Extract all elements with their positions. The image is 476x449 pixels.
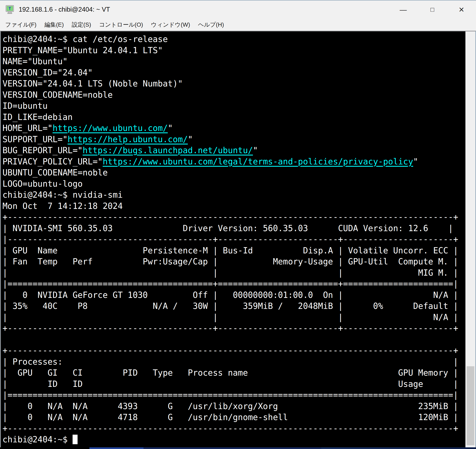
- terminal-line: | 0 NVIDIA GeForce GT 1030 Off | 0000000…: [2, 290, 465, 301]
- terminal-line: |=======================================…: [2, 278, 465, 290]
- terminal-line: Mon Oct 7 14:12:18 2024: [2, 201, 465, 212]
- terminal-line: | Fan Temp Perf Pwr:Usage/Cap | Memory-U…: [2, 256, 465, 267]
- menu-control[interactable]: コントロール(O): [95, 21, 147, 29]
- terminal-text: ": [253, 146, 258, 155]
- terminal-text: |=======================================…: [2, 279, 458, 289]
- scrollbar[interactable]: [465, 31, 475, 447]
- terminal-line: VERSION_ID="24.04": [2, 67, 465, 78]
- menu-help[interactable]: ヘルプ(H): [194, 21, 228, 29]
- terminal-line: | 35% 40C P8 N/A / 30W | 359MiB / 2048Mi…: [2, 301, 465, 312]
- terminal-text: | GPU GI CI PID Type Process name GPU Me…: [2, 368, 458, 377]
- terminal-text: UBUNTU_CODENAME=noble: [2, 168, 108, 177]
- terminal-text: | Processes: |: [2, 357, 458, 366]
- menu-setup[interactable]: 設定(S): [68, 21, 95, 29]
- svg-text:T: T: [9, 6, 11, 11]
- terminal-line: |=======================================…: [2, 390, 465, 401]
- terminal-cursor: [73, 435, 78, 444]
- terminal-line: [2, 334, 465, 345]
- terminal-text: +---------------------------------------…: [2, 424, 458, 433]
- terminal-output: chibi@2404:~$ cat /etc/os-releasePRETTY_…: [2, 34, 465, 445]
- terminal-text: | 0 NVIDIA GeForce GT 1030 Off | 0000000…: [2, 290, 458, 300]
- teraterm-app-icon: T: [5, 5, 15, 14]
- terminal-text: HOME_URL=": [2, 123, 53, 133]
- terminal-text: | Fan Temp Perf Pwr:Usage/Cap | Memory-U…: [2, 257, 458, 266]
- terminal-text: VERSION="24.04.1 LTS (Noble Numbat)": [2, 79, 183, 88]
- terminal-text: |=======================================…: [2, 390, 458, 400]
- terminal-line: HOME_URL="https://www.ubuntu.com/": [2, 123, 465, 134]
- terminal-line: NAME="Ubuntu": [2, 56, 465, 67]
- terminal-text: | 35% 40C P8 N/A / 30W | 359MiB / 2048Mi…: [2, 301, 458, 311]
- terminal-line: |---------------------------------------…: [2, 234, 465, 245]
- terminal-text: +---------------------------------------…: [2, 323, 458, 333]
- terminal-text: PRIVACY_POLICY_URL=": [2, 157, 103, 166]
- terminal-text: | ID ID Usage |: [2, 379, 458, 389]
- terminal-text: | NVIDIA-SMI 560.35.03 Driver Version: 5…: [2, 224, 453, 233]
- terminal-line: | 0 N/A N/A 4718 G /usr/bin/gnome-shell …: [2, 412, 465, 423]
- terminal-line: | GPU GI CI PID Type Process name GPU Me…: [2, 367, 465, 379]
- terminal-link[interactable]: https://www.ubuntu.com/legal/terms-and-p…: [103, 157, 413, 166]
- terminal-text: | | | MIG M. |: [2, 268, 458, 277]
- terminal-text: | GPU Name Persistence-M | Bus-Id Disp.A…: [2, 246, 458, 255]
- terminal-line: ID_LIKE=debian: [2, 112, 465, 123]
- terminal-line: PRETTY_NAME="Ubuntu 24.04.1 LTS": [2, 45, 465, 56]
- close-button[interactable]: ×: [447, 0, 476, 19]
- terminal-line: +---------------------------------------…: [2, 212, 465, 223]
- terminal-text: ": [413, 157, 418, 166]
- menu-file[interactable]: ファイル(F): [1, 21, 40, 29]
- menu-window[interactable]: ウィンドウ(W): [147, 21, 194, 29]
- terminal-line: LOGO=ubuntu-logo: [2, 178, 465, 190]
- terminal-link[interactable]: https://help.ubuntu.com/: [68, 135, 188, 144]
- terminal-text: BUG_REPORT_URL=": [2, 146, 83, 155]
- terminal-line: +---------------------------------------…: [2, 423, 465, 434]
- terminal-line: | NVIDIA-SMI 560.35.03 Driver Version: 5…: [2, 223, 465, 234]
- terminal-text: chibi@2404:~$ nvidia-smi: [2, 190, 123, 200]
- window-title: 192.168.1.6 - chibi@2404: ~ VT: [19, 6, 110, 13]
- teraterm-window: T 192.168.1.6 - chibi@2404: ~ VT — □ × フ…: [0, 0, 476, 449]
- minimize-button[interactable]: —: [389, 0, 418, 19]
- terminal-link[interactable]: https://www.ubuntu.com/: [53, 123, 168, 133]
- minimize-icon: —: [400, 6, 407, 13]
- terminal-text: +---------------------------------------…: [2, 346, 458, 355]
- terminal-text: chibi@2404:~$ cat /etc/os-release: [2, 34, 168, 44]
- terminal-text: | 0 N/A N/A 4393 G /usr/lib/xorg/Xorg 23…: [2, 401, 458, 411]
- terminal-line: PRIVACY_POLICY_URL="https://www.ubuntu.c…: [2, 156, 465, 167]
- terminal-text: ID_LIKE=debian: [2, 112, 73, 122]
- terminal-line: | ID ID Usage |: [2, 379, 465, 390]
- terminal-line: | Processes: |: [2, 356, 465, 368]
- terminal-text: VERSION_ID="24.04": [2, 68, 92, 77]
- terminal-text: |---------------------------------------…: [2, 235, 458, 244]
- terminal-link[interactable]: https://bugs.launchpad.net/ubuntu/: [83, 146, 253, 155]
- terminal-line: BUG_REPORT_URL="https://bugs.launchpad.n…: [2, 145, 465, 156]
- terminal-text: chibi@2404:~$: [2, 435, 73, 444]
- terminal-text: SUPPORT_URL=": [2, 135, 68, 144]
- terminal-text: | | | N/A |: [2, 312, 458, 322]
- terminal-line: ID=ubuntu: [2, 100, 465, 112]
- terminal-line: chibi@2404:~$: [2, 434, 465, 445]
- background-window-edge: [0, 447, 476, 449]
- terminal-line: SUPPORT_URL="https://help.ubuntu.com/": [2, 134, 465, 145]
- terminal-text: | 0 N/A N/A 4718 G /usr/bin/gnome-shell …: [2, 412, 458, 422]
- menu-edit[interactable]: 編集(E): [40, 21, 68, 29]
- scrollbar-thumb[interactable]: [467, 366, 474, 445]
- terminal-text: +---------------------------------------…: [2, 212, 458, 222]
- terminal-line: chibi@2404:~$ cat /etc/os-release: [2, 34, 465, 45]
- terminal[interactable]: chibi@2404:~$ cat /etc/os-releasePRETTY_…: [1, 31, 465, 447]
- terminal-line: VERSION_CODENAME=noble: [2, 89, 465, 101]
- terminal-text: NAME="Ubuntu": [2, 56, 68, 66]
- terminal-line: +---------------------------------------…: [2, 345, 465, 356]
- maximize-button[interactable]: □: [418, 0, 447, 19]
- window-content: chibi@2404:~$ cat /etc/os-releasePRETTY_…: [0, 31, 476, 447]
- terminal-line: | GPU Name Persistence-M | Bus-Id Disp.A…: [2, 245, 465, 256]
- terminal-line: | | | N/A |: [2, 312, 465, 323]
- terminal-line: chibi@2404:~$ nvidia-smi: [2, 189, 465, 201]
- terminal-text: ": [188, 135, 193, 144]
- terminal-text: LOGO=ubuntu-logo: [2, 179, 83, 189]
- terminal-line: | | | MIG M. |: [2, 267, 465, 279]
- terminal-text: VERSION_CODENAME=noble: [2, 90, 113, 100]
- terminal-text: Mon Oct 7 14:12:18 2024: [2, 201, 123, 211]
- title-bar[interactable]: T 192.168.1.6 - chibi@2404: ~ VT — □ ×: [0, 0, 476, 19]
- terminal-line: UBUNTU_CODENAME=noble: [2, 167, 465, 178]
- terminal-text: PRETTY_NAME="Ubuntu 24.04.1 LTS": [2, 45, 163, 55]
- maximize-icon: □: [431, 6, 434, 13]
- terminal-text: ID=ubuntu: [2, 101, 48, 111]
